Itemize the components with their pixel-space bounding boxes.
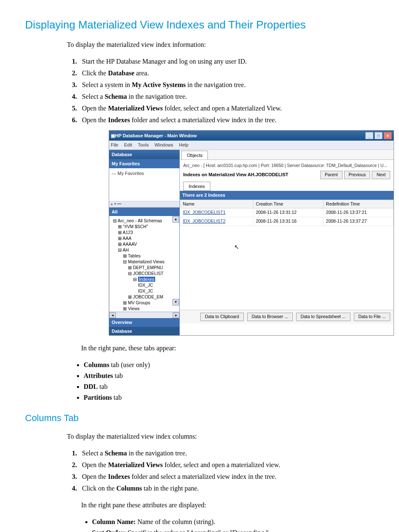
close-button[interactable]: ×: [384, 132, 392, 139]
attributes-list: Column Name: Name of the column (string)…: [84, 517, 374, 532]
tree-node[interactable]: ⊞ A123: [110, 229, 178, 235]
export-button[interactable]: Data to Spreadsheet ...: [296, 313, 350, 321]
menu-tools[interactable]: Tools: [138, 142, 149, 147]
step-item: Start the HP Database Manager and log on…: [79, 57, 374, 67]
window-title: HP Database Manager - Main Window: [115, 132, 197, 139]
redefinition-time-cell: 2008-11-26 13:37:21: [323, 208, 394, 217]
bullet-item: Sort Order: Specifies the order as "Asce…: [92, 528, 374, 532]
step-item: Open the Materialized Views folder, sele…: [79, 460, 374, 470]
mini-tabs[interactable]: ▴ ▾ ━━: [109, 201, 179, 208]
export-button[interactable]: Data to File ...: [354, 313, 390, 321]
app-window: ▣ HP Database Manager - Main Window _ □ …: [109, 130, 394, 336]
tree-node[interactable]: ⊞ "#VM $SCH": [110, 224, 178, 229]
tab-objects[interactable]: Objects: [182, 151, 208, 160]
tree-node[interactable]: ⊟ Materialized Views: [110, 259, 178, 265]
tab-indexes[interactable]: Indexes: [183, 182, 210, 191]
grid-empty-area: ↖: [180, 226, 394, 310]
table-row[interactable]: IDX_JOBCODELIST12008-11-26 13:31:122008-…: [180, 208, 394, 217]
menu-edit[interactable]: Edit: [124, 142, 132, 147]
tabs-bullet-list: Columns tab (user only)Attributes tabDDL…: [75, 360, 374, 403]
menu-help[interactable]: Help: [179, 142, 189, 147]
tree-node[interactable]: ⊞ Tables: [110, 253, 178, 259]
sub-intro: In the right pane these attributes are d…: [81, 500, 374, 510]
database-footer-header[interactable]: Database: [109, 327, 179, 336]
pane-subtitle: Indexes on Materialized View AH.JOBCODEL…: [183, 171, 319, 178]
app-icon: ▣: [111, 132, 115, 139]
titlebar: ▣ HP Database Manager - Main Window _ □ …: [109, 131, 394, 141]
tree-node[interactable]: ⊞ DEPT_EMPNU: [110, 265, 178, 270]
menu-windows[interactable]: Windows: [154, 142, 173, 147]
tree-node[interactable]: ⊟ Arc_neo - All Schemas: [110, 218, 178, 224]
inner-tabstrip: Indexes: [180, 181, 394, 191]
count-bar: There are 2 Indexes: [180, 191, 394, 200]
scroll-up-icon[interactable]: ▴: [172, 216, 179, 223]
overview-header[interactable]: Overview: [109, 318, 179, 327]
tree-node[interactable]: IDX_JC: [110, 288, 178, 294]
step-item: Select a Schema in the navigation tree.: [79, 448, 374, 458]
bullet-item: Partitions tab: [84, 393, 374, 403]
after-image-text: In the right pane, these tabs appear:: [81, 343, 374, 353]
index-grid: NameCreation TimeRedefinition Time IDX_J…: [180, 200, 394, 226]
index-name-cell[interactable]: IDX_JOBCODELIST2: [180, 217, 253, 226]
creation-time-cell: 2008-11-26 13:31:12: [253, 208, 323, 217]
step-item: Click on the Columns tab in the right pa…: [79, 483, 374, 493]
right-pane: Objects Arc_neo - [ Host: arc0101.cup.hp…: [180, 150, 394, 336]
column-header[interactable]: Name: [180, 200, 253, 208]
previous-button[interactable]: Previous: [344, 171, 371, 179]
bullet-item: DDL tab: [84, 382, 374, 392]
tree-node[interactable]: IDX_JC: [110, 282, 178, 288]
scroll-left-icon[interactable]: ◂: [109, 312, 116, 318]
favorites-header[interactable]: My Favorites: [109, 159, 179, 168]
step-item: Select a Schema in the navigation tree.: [79, 92, 374, 102]
index-name-cell[interactable]: IDX_JOBCODELIST1: [180, 208, 253, 217]
tree-node[interactable]: ⊞ JOBCODE_EM: [110, 294, 178, 300]
next-button[interactable]: Next: [372, 171, 390, 179]
database-header[interactable]: Database: [109, 150, 179, 160]
maximize-button[interactable]: □: [374, 132, 383, 139]
steps-list-2: Select a Schema in the navigation tree.O…: [67, 448, 374, 493]
nav-tree[interactable]: ▴ ▾ ⊟ Arc_neo - All Schemas⊞ "#VM $SCH"⊞…: [109, 216, 179, 312]
menu-file[interactable]: File: [111, 142, 118, 147]
breadcrumb: Arc_neo - [ Host: arc0101.cup.hp.com | P…: [180, 160, 394, 170]
bullet-item: Attributes tab: [84, 371, 374, 381]
export-button[interactable]: Data to Clipboard: [200, 313, 244, 321]
creation-time-cell: 2008-11-26 13:31:16: [253, 217, 323, 226]
tree-hscroll[interactable]: ◂ ▸: [109, 312, 179, 318]
intro-text: To display the materialized view index i…: [67, 40, 374, 50]
tree-node[interactable]: ⊞ MV Groups: [110, 300, 178, 306]
tree-node[interactable]: ⊟ Indexes: [110, 276, 178, 282]
tree-node[interactable]: ⊞ Views: [110, 306, 178, 311]
tree-node[interactable]: ⊞ AAAAV: [110, 241, 178, 247]
bullet-item: Columns tab (user only): [84, 360, 374, 370]
step-item: Click the Database area.: [79, 68, 374, 78]
cursor-icon: ↖: [234, 243, 239, 252]
tree-node[interactable]: ⊞ AAA: [110, 235, 178, 241]
menubar[interactable]: FileEditToolsWindowsHelp: [109, 141, 394, 150]
table-row[interactable]: IDX_JOBCODELIST22008-11-26 13:31:162008-…: [180, 217, 394, 226]
step-item: Open the Indexes folder and select a mat…: [79, 115, 374, 125]
all-header[interactable]: All: [109, 208, 179, 216]
bullet-item: Column Name: Name of the column (string)…: [92, 517, 374, 527]
favorites-body: --- My Favorites: [109, 168, 179, 201]
step-item: Open the Materialized Views folder, sele…: [79, 103, 374, 113]
steps-list-1: Start the HP Database Manager and log on…: [67, 57, 374, 125]
column-header[interactable]: Creation Time: [253, 200, 323, 208]
step-item: Open the Indexes folder and select a mat…: [79, 472, 374, 482]
minimize-button[interactable]: _: [365, 132, 373, 139]
tree-node[interactable]: ⊟ JOBCODELIST: [110, 270, 178, 276]
scroll-right-icon[interactable]: ▸: [173, 312, 179, 318]
columns-tab-heading: Columns Tab: [25, 411, 374, 425]
tree-node[interactable]: ⊟ AH: [110, 247, 178, 253]
intro-text-2: To display the materialized view index c…: [67, 432, 374, 442]
left-pane: Database My Favorites --- My Favorites ▴…: [109, 150, 180, 336]
redefinition-time-cell: 2008-11-26 13:37:27: [323, 217, 394, 226]
page-heading: Displaying Materialized View Indexes and…: [25, 17, 374, 33]
export-button[interactable]: Data to Browser ...: [247, 313, 293, 321]
parent-button[interactable]: Parent: [320, 171, 343, 179]
top-tabstrip: Objects: [180, 150, 394, 160]
scroll-down-icon[interactable]: ▾: [172, 299, 179, 306]
column-header[interactable]: Redefinition Time: [323, 200, 394, 208]
step-item: Select a system in My Active Systems in …: [79, 80, 374, 90]
export-buttons: Data to ClipboardData to Browser ...Data…: [180, 310, 394, 324]
